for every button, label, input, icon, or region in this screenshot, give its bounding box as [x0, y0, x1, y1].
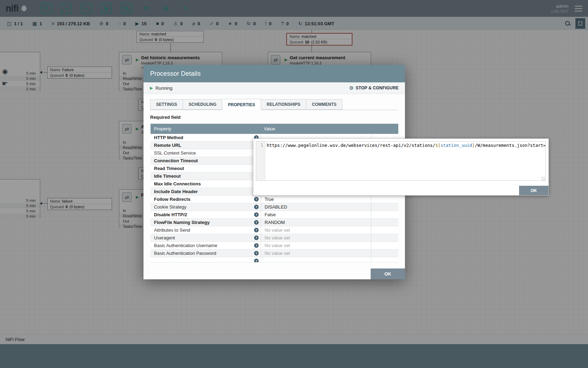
help-icon[interactable]: ?	[254, 259, 259, 262]
properties-table-header: Property Value	[150, 124, 398, 134]
dialog-ok-button[interactable]: OK	[371, 268, 405, 279]
running-status-label: Running	[155, 86, 172, 91]
tab-scheduling[interactable]: SCHEDULING	[183, 99, 222, 110]
value-cell[interactable]: DISABLED	[261, 203, 371, 211]
property-row-flowfile-naming-strategy: FlowFile Naming Strategy? RANDOM	[150, 219, 398, 226]
editor-ok-button[interactable]: OK	[519, 186, 548, 195]
tab-properties[interactable]: PROPERTIES	[222, 99, 261, 110]
help-icon[interactable]: ?	[254, 236, 259, 240]
help-icon[interactable]: ?	[254, 220, 259, 225]
value-editor[interactable]: 1 https://www.pegelonline.wsv.de/webserv…	[256, 141, 546, 181]
property-row-useragent: Useragent? No value set	[150, 234, 398, 242]
dialog-header: Processor Details	[144, 65, 405, 82]
nifi-app: nifi ⚙ ⇥ ↦ ▣ ▦ ▼ ❖ ✎ admin LOG OUT ◫1 / …	[0, 0, 588, 368]
dialog-title: Processor Details	[150, 70, 201, 77]
stop-and-configure-button[interactable]: ⚙ STOP & CONFIGURE	[349, 85, 399, 91]
value-editor-popup: 1 https://www.pegelonline.wsv.de/webserv…	[253, 138, 549, 196]
value-cell[interactable]: RANDOM	[261, 219, 371, 226]
value-cell[interactable]: True	[261, 196, 371, 203]
value-cell[interactable]: No value set	[261, 226, 371, 234]
running-status-icon: ▶	[150, 86, 153, 90]
column-property: Property	[150, 124, 261, 134]
property-row-basic-auth-username: Basic Authentication Username? No value …	[150, 242, 398, 250]
property-row-disable-http2: Disable HTTP/2? False	[150, 211, 398, 219]
help-icon[interactable]: ?	[254, 228, 259, 232]
property-row-cookie-strategy: Cookie Strategy? DISABLED	[150, 203, 398, 211]
value-cell[interactable]: No value set	[261, 250, 371, 257]
value-cell[interactable]	[261, 257, 371, 262]
help-icon[interactable]: ?	[254, 243, 259, 248]
help-icon[interactable]: ?	[254, 251, 259, 255]
value-cell[interactable]: No value set	[261, 242, 371, 249]
value-cell[interactable]: No value set	[261, 234, 371, 241]
tab-settings[interactable]: SETTINGS	[150, 99, 183, 110]
editor-code-line[interactable]: https://www.pegelonline.wsv.de/webservic…	[265, 142, 545, 180]
property-row-attributes-to-send: Attributes to Send? No value set	[150, 226, 398, 234]
required-field-note: Required field	[150, 115, 398, 120]
dialog-tabs: SETTINGS SCHEDULING PROPERTIES RELATIONS…	[150, 99, 398, 110]
tab-comments[interactable]: COMMENTS	[306, 99, 342, 110]
configure-gear-icon: ⚙	[349, 85, 354, 91]
dialog-status-row: ▶ Running ⚙ STOP & CONFIGURE	[144, 82, 405, 94]
editor-resize-grip[interactable]	[541, 177, 545, 181]
value-cell[interactable]: False	[261, 211, 371, 218]
property-row-clipped: ?	[150, 257, 398, 262]
tab-relationships[interactable]: RELATIONSHIPS	[261, 99, 306, 110]
editor-line-number: 1	[256, 142, 265, 180]
column-value: Value	[261, 124, 371, 134]
help-icon[interactable]: ?	[254, 205, 259, 209]
help-icon[interactable]: ?	[254, 197, 259, 202]
property-row-follow-redirects: Follow Redirects? True	[150, 196, 398, 203]
property-row-basic-auth-password: Basic Authentication Password? No value …	[150, 250, 398, 257]
help-icon[interactable]: ?	[254, 212, 259, 217]
